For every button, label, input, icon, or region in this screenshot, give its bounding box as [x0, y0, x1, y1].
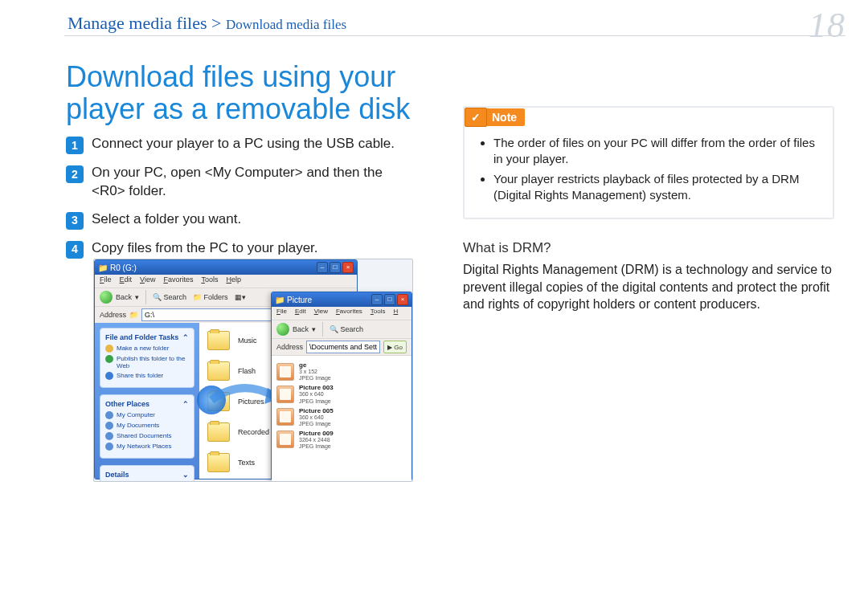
image-icon: [276, 386, 294, 403]
place-icon: [105, 422, 113, 430]
chevron-up-icon: ⌃: [182, 333, 189, 341]
panel-other-places: Other Places⌃ My Computer My Documents S…: [100, 394, 194, 459]
titlebar: 📁R0 (G:) – □ ×: [95, 260, 357, 275]
back-icon: [276, 323, 289, 336]
toolbar: Back ▾ 🔍 Search: [272, 320, 411, 339]
page-title: Download files using your player as a re…: [66, 61, 410, 124]
folder-icon: [207, 361, 230, 381]
panel-details: Details⌄: [100, 465, 194, 482]
note-item: Your player restricts playback of files …: [493, 171, 818, 204]
close-icon: ×: [397, 294, 408, 305]
sidebar: File and Folder Tasks⌃ Make a new folder…: [95, 323, 199, 479]
steps-list: 1Connect your player to a PC using the U…: [66, 135, 413, 259]
drm-heading: What is DRM?: [463, 240, 834, 256]
step-3: 3Select a folder you want.: [66, 210, 413, 230]
folder-icon: 📁: [275, 296, 285, 304]
check-icon: [465, 108, 487, 127]
header-rule: [64, 35, 845, 36]
minimize-icon: –: [371, 294, 383, 305]
breadcrumb: Manage media files > Download media file…: [68, 13, 346, 34]
maximize-icon: □: [384, 294, 395, 305]
step-badge: 1: [66, 137, 84, 154]
step-1: 1Connect your player to a PC using the U…: [66, 135, 413, 154]
note-box: Note The order of files on your PC will …: [463, 106, 834, 219]
back-icon: [100, 291, 113, 304]
minimize-icon: –: [317, 262, 328, 273]
titlebar: 📁Picture – □ ×: [272, 292, 411, 307]
note-badge: Note: [465, 108, 525, 127]
breadcrumb-sub: Download media files: [226, 17, 346, 32]
explorer-window-picture: 📁Picture – □ × File Edit View Favorites …: [271, 292, 412, 481]
picture-list: ge3 x 152JPEG Image Picture 003360 x 640…: [272, 356, 411, 482]
place-icon: [105, 432, 113, 440]
go-button: ▶ Go: [383, 341, 407, 353]
close-icon: ×: [342, 262, 354, 273]
image-icon: [276, 408, 294, 426]
image-icon: [276, 430, 294, 448]
note-item: The order of files on your PC will diffe…: [493, 135, 818, 168]
views-icon: ▦▾: [235, 293, 246, 301]
folder-icon: [207, 422, 230, 442]
task-icon: [105, 355, 113, 363]
addressbar: Address ▶ Go: [272, 339, 411, 356]
drive-icon: 📁: [129, 311, 138, 319]
folder-icon: [207, 331, 230, 350]
folder-icon: [207, 392, 230, 411]
step-badge: 3: [66, 212, 84, 230]
page-number: 18: [809, 5, 845, 46]
drive-icon: 📁: [98, 263, 108, 272]
step-4: 4Copy files from the PC to your player.: [66, 239, 413, 259]
menubar: File Edit View Favorites Tools H: [272, 307, 411, 320]
explorer-screenshot: 📁R0 (G:) – □ × File Edit View Favorites …: [93, 259, 413, 482]
task-icon: [105, 345, 113, 353]
menubar: File Edit View Favorites Tools Help: [95, 275, 357, 288]
place-icon: [105, 411, 113, 419]
image-icon: [276, 363, 294, 381]
address-input: [306, 341, 380, 353]
task-icon: [105, 372, 113, 380]
panel-file-tasks: File and Folder Tasks⌃ Make a new folder…: [100, 328, 194, 388]
step-badge: 2: [66, 165, 84, 183]
chevron-up-icon: ⌃: [182, 400, 189, 408]
step-2: 2On your PC, open <My Computer> and then…: [66, 164, 413, 201]
drm-body: Digital Rights Management (DRM) is a tec…: [463, 261, 834, 313]
maximize-icon: □: [330, 262, 341, 273]
breadcrumb-main: Manage media files: [68, 13, 207, 33]
chevron-down-icon: ⌄: [182, 471, 189, 479]
place-icon: [105, 443, 113, 451]
folder-icon: [207, 453, 230, 472]
step-badge: 4: [66, 241, 84, 259]
